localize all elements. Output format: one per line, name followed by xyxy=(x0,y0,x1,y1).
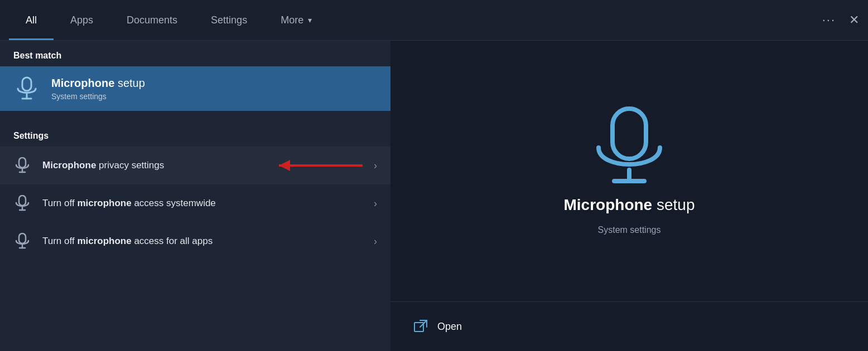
svg-rect-3 xyxy=(19,158,26,168)
svg-rect-8 xyxy=(19,196,26,206)
open-svg xyxy=(413,319,428,334)
red-arrow-annotation xyxy=(268,157,368,174)
svg-rect-17 xyxy=(414,323,423,332)
right-panel: Microphone setup System settings Open xyxy=(390,41,868,351)
microphone-icon-allapps xyxy=(13,232,31,250)
svg-marker-7 xyxy=(279,160,290,171)
tab-apps[interactable]: Apps xyxy=(54,0,110,40)
mic-svg-large xyxy=(593,106,666,187)
right-panel-title: Microphone setup xyxy=(564,196,695,214)
microphone-icon-systemwide xyxy=(13,194,31,212)
right-panel-subtitle: System settings xyxy=(598,225,661,235)
close-button[interactable]: ✕ xyxy=(849,13,859,27)
settings-item-systemwide-text: Turn off microphone access systemwide xyxy=(42,197,363,209)
best-match-subtitle: System settings xyxy=(51,92,145,101)
mic-svg-allapps xyxy=(15,233,30,250)
best-match-title: Microphone setup xyxy=(51,77,145,90)
tab-documents[interactable]: Documents xyxy=(110,0,194,40)
tab-all-label: All xyxy=(26,14,37,26)
chevron-down-icon: ▾ xyxy=(308,16,312,25)
settings-label: Settings xyxy=(0,121,390,147)
best-match-item[interactable]: Microphone setup System settings xyxy=(0,66,390,111)
best-match-label: Best match xyxy=(0,41,390,66)
right-panel-actions: Open xyxy=(390,302,868,351)
settings-item-allapps[interactable]: Turn off microphone access for all apps … xyxy=(0,222,390,260)
arrow-svg xyxy=(268,157,368,174)
mic-svg-best xyxy=(16,76,38,101)
microphone-icon-best xyxy=(13,75,40,102)
svg-rect-14 xyxy=(613,109,646,159)
tab-settings-label: Settings xyxy=(211,14,247,26)
tab-documents-label: Documents xyxy=(127,14,177,26)
left-panel: Best match Microphone setup System setti… xyxy=(0,41,390,351)
tab-bar: All Apps Documents Settings More ▾ ··· ✕ xyxy=(0,0,868,41)
open-label: Open xyxy=(437,321,462,333)
tab-apps-label: Apps xyxy=(70,14,93,26)
microphone-icon-large xyxy=(590,107,668,185)
settings-item-allapps-text: Turn off microphone access for all apps xyxy=(42,235,363,247)
tab-actions: ··· ✕ xyxy=(822,13,859,27)
svg-rect-11 xyxy=(19,233,26,243)
tab-all[interactable]: All xyxy=(9,0,54,40)
settings-section: Settings Microphone privacy settings xyxy=(0,112,390,260)
chevron-right-icon-privacy: › xyxy=(374,160,377,172)
tab-settings[interactable]: Settings xyxy=(194,0,264,40)
open-icon xyxy=(413,319,428,334)
mic-svg-systemwide xyxy=(15,195,30,212)
tab-more[interactable]: More ▾ xyxy=(264,0,329,40)
svg-rect-0 xyxy=(22,77,31,91)
chevron-right-icon-allapps: › xyxy=(374,236,377,247)
best-match-text: Microphone setup System settings xyxy=(51,77,145,101)
right-panel-main: Microphone setup System settings xyxy=(390,41,868,301)
ellipsis-button[interactable]: ··· xyxy=(822,13,836,27)
open-button[interactable]: Open xyxy=(413,314,846,339)
settings-item-privacy[interactable]: Microphone privacy settings › xyxy=(0,147,390,184)
main-content: Best match Microphone setup System setti… xyxy=(0,41,868,351)
settings-item-systemwide[interactable]: Turn off microphone access systemwide › xyxy=(0,184,390,222)
chevron-right-icon-systemwide: › xyxy=(374,198,377,209)
mic-svg-privacy xyxy=(15,157,30,174)
tab-more-label: More xyxy=(281,14,303,26)
tabs-container: All Apps Documents Settings More ▾ xyxy=(9,0,822,40)
microphone-icon-privacy xyxy=(13,157,31,174)
